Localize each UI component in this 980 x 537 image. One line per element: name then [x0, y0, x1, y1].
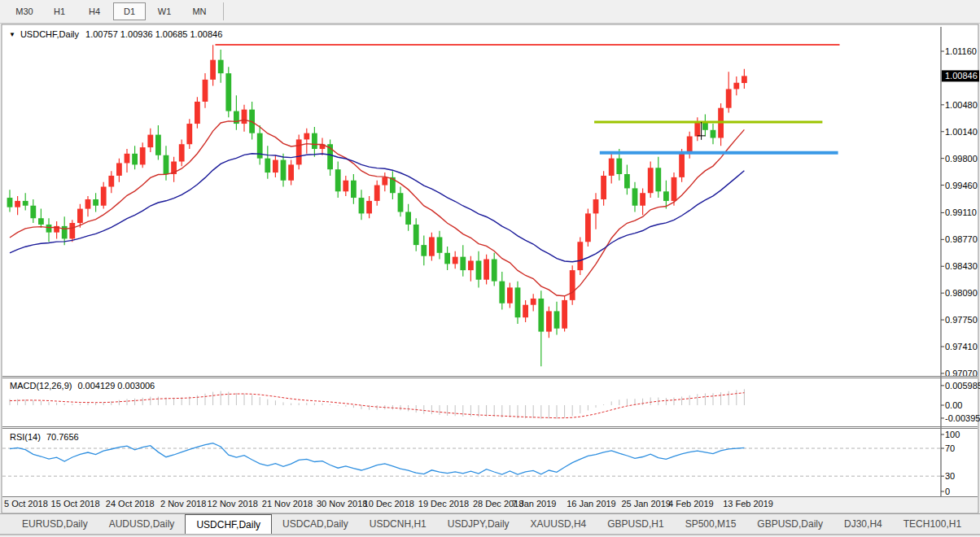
- candle-bull: [507, 287, 513, 303]
- candle-bear: [312, 133, 317, 149]
- candle-bear: [554, 311, 560, 328]
- date-tick-label: 10 Dec 2018: [364, 499, 414, 509]
- candle-bull: [273, 160, 278, 172]
- chart-dropdown-icon[interactable]: ▼: [9, 31, 15, 38]
- candle-bear: [155, 135, 161, 155]
- candle-bear: [413, 225, 419, 245]
- candle-bull: [468, 260, 474, 270]
- candle-bear: [225, 73, 231, 111]
- candle-bull: [242, 110, 247, 124]
- candle-bull: [125, 154, 130, 164]
- price-tick-label: 0.98090: [945, 288, 978, 298]
- candle-bear: [405, 212, 411, 224]
- candle-bear: [359, 198, 365, 213]
- candle-bull: [687, 137, 693, 154]
- chart-tab-usdchf-daily[interactable]: USDCHF,Daily: [185, 514, 272, 534]
- date-tick-label: 7 Jan 2019: [512, 499, 556, 509]
- candle-bull: [577, 242, 583, 270]
- date-tick-label: 4 Feb 2019: [668, 499, 714, 509]
- price-tick-label: 0.99800: [945, 154, 978, 164]
- candle-bull: [648, 168, 654, 193]
- candle-bear: [93, 199, 98, 206]
- candle-bull: [601, 176, 606, 199]
- price-tick-label: 0.97750: [945, 315, 978, 325]
- candle-bull: [562, 300, 567, 329]
- candle-bull: [429, 237, 435, 255]
- date-tick-label: 21 Nov 2018: [262, 499, 313, 509]
- candle-bull: [570, 270, 575, 300]
- chart-symbol-label: USDCHF,Daily: [20, 29, 79, 39]
- chart-tab-eurusd-daily[interactable]: EURUSD,Daily: [11, 514, 98, 534]
- date-tick-label: 25 Jan 2019: [621, 499, 671, 509]
- candle-bear: [421, 245, 427, 256]
- candle-bull: [374, 186, 380, 201]
- candle-bull: [69, 223, 75, 238]
- chart-tab-gbpusd-h1[interactable]: GBPUSD,H1: [597, 514, 674, 534]
- candle-bear: [351, 181, 357, 198]
- date-tick-label: 15 Oct 2018: [51, 499, 100, 509]
- candle-bear: [663, 191, 669, 201]
- chart-canvas: 1.011601.004801.001400.998000.994600.991…: [0, 0, 980, 537]
- candle-bull: [694, 122, 700, 136]
- candle-bull: [147, 135, 153, 147]
- candle-bull: [593, 199, 599, 213]
- date-tick-label: 24 Oct 2018: [106, 499, 155, 509]
- candle-bear: [132, 154, 138, 165]
- chart-tab-dj30-h4[interactable]: DJ30,H4: [833, 514, 893, 534]
- chart-title: ▼USDCHF,Daily1.00757 1.00936 1.00685 1.0…: [9, 29, 222, 39]
- candle-bear: [281, 160, 287, 181]
- candle-bull: [85, 199, 91, 209]
- candle-bear: [499, 282, 505, 303]
- candle-bear: [624, 174, 630, 188]
- candle-bear: [30, 206, 36, 218]
- chart-tab-usdjpy-daily[interactable]: USDJPY,Daily: [437, 514, 520, 534]
- date-tick-label: 30 Nov 2018: [317, 499, 367, 509]
- chart-tab-xauusd-h4[interactable]: XAUUSD,H4: [520, 514, 597, 534]
- candle-bull: [733, 83, 739, 90]
- chart-tab-usdcnh-h1[interactable]: USDCNH,H1: [359, 514, 437, 534]
- price-tick-label: 1.00140: [945, 127, 978, 137]
- current-price-label: 1.00846: [945, 71, 978, 81]
- chart-tab-tech100-h1[interactable]: TECH100,H1: [893, 514, 972, 534]
- candle-bear: [616, 159, 622, 174]
- candle-bear: [460, 257, 466, 270]
- chart-tab-gbpusd-daily[interactable]: GBPUSD,Daily: [746, 514, 833, 534]
- candle-bull: [179, 144, 185, 161]
- macd-values: 0.004129 0.003006: [77, 381, 155, 391]
- date-tick-label: 2 Nov 2018: [160, 499, 206, 509]
- rsi-tick-label: 100: [945, 430, 960, 439]
- candle-bear: [23, 201, 28, 206]
- chart-window-frame: [2, 24, 978, 513]
- chart-tab-usdcad-daily[interactable]: USDCAD,Daily: [272, 514, 359, 534]
- candle-bull: [483, 260, 489, 280]
- price-tick-label: 0.97410: [945, 342, 978, 351]
- candle-bull: [210, 60, 216, 80]
- candle-bull: [679, 154, 685, 177]
- rsi-tick-label: 30: [945, 471, 955, 481]
- candle-bull: [203, 80, 208, 102]
- candle-bull: [453, 257, 458, 264]
- price-tick-label: 1.00480: [945, 100, 978, 110]
- chart-tab-audusd-daily[interactable]: AUDUSD,Daily: [98, 514, 186, 534]
- chart-ohlc-values: 1.00757 1.00936 1.00685 1.00846: [85, 29, 222, 39]
- candle-bear: [164, 155, 169, 174]
- candle-bear: [218, 60, 224, 73]
- rsi-indicator-label: RSI(14)70.7656: [10, 432, 79, 442]
- price-tick-label: 0.97070: [945, 369, 978, 378]
- candle-bull: [288, 164, 294, 180]
- date-tick-label: 16 Jan 2019: [567, 499, 616, 509]
- candle-bear: [444, 253, 450, 264]
- candle-bull: [116, 163, 122, 175]
- candle-bear: [335, 169, 341, 191]
- candle-bull: [77, 209, 83, 223]
- chart-tab-sp500-m15[interactable]: SP500,M15: [675, 514, 747, 534]
- candle-bull: [523, 305, 528, 317]
- candle-bull: [609, 159, 615, 176]
- price-tick-label: 0.98430: [945, 261, 978, 271]
- candle-bear: [702, 122, 708, 130]
- macd-name: MACD(12,26,9): [10, 381, 72, 391]
- candle-bull: [742, 76, 747, 83]
- chart-tab-ul[interactable]: Ul: [972, 514, 980, 534]
- candle-bear: [632, 188, 638, 205]
- candle-bear: [515, 287, 521, 317]
